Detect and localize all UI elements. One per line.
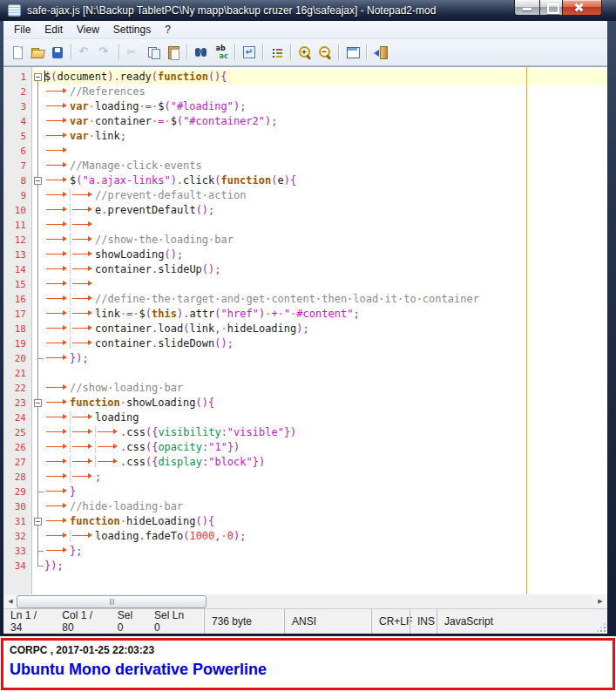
code-line[interactable]: 32loading.fadeTo(1000,·0); xyxy=(3,529,607,544)
status-selection-lines: Sel Ln 0 xyxy=(154,609,188,634)
line-number: 13 xyxy=(3,248,32,262)
code-line[interactable]: 2//References xyxy=(3,85,607,99)
code-line[interactable]: 34}); xyxy=(3,559,607,573)
tab-arrow-icon xyxy=(44,471,70,482)
code-line[interactable]: 26.css({opacity:"1"}) xyxy=(3,440,607,455)
fold-collapse-icon[interactable]: − xyxy=(32,173,44,188)
code-text: //prevent·default·action xyxy=(44,188,246,203)
toolbar-separator xyxy=(118,44,119,60)
fold-collapse-icon[interactable]: − xyxy=(32,396,44,410)
scrollbar-thumb[interactable] xyxy=(17,595,206,608)
fold-collapse-icon[interactable]: − xyxy=(32,514,44,529)
horizontal-scrollbar[interactable]: ◀ ▶ xyxy=(3,594,607,609)
code-line[interactable]: 28; xyxy=(3,470,607,485)
code-line[interactable]: 15 xyxy=(3,277,607,292)
exit-button[interactable] xyxy=(370,43,390,63)
code-text: function·showLoading(){ xyxy=(44,396,214,410)
code-line[interactable]: 10e.preventDefault(); xyxy=(3,203,607,218)
menu-item-settings[interactable]: Settings xyxy=(106,22,158,37)
resize-grip-icon[interactable] xyxy=(604,630,606,632)
tab-arrow-icon xyxy=(70,219,95,230)
scroll-left-arrow-icon[interactable]: ◀ xyxy=(3,595,17,608)
code-line[interactable]: 30//hide·loading·bar xyxy=(3,499,607,514)
code-editor[interactable]: 1−$(document).ready(function(){2//Refere… xyxy=(3,66,607,594)
code-line[interactable]: 3var·loading·=·$("#loading"); xyxy=(3,99,607,114)
save-file-button[interactable] xyxy=(47,43,67,63)
code-line[interactable]: 14container.slideUp(); xyxy=(3,262,607,277)
code-line[interactable]: 20}); xyxy=(3,351,607,366)
code-line[interactable]: 1−$(document).ready(function(){ xyxy=(3,70,607,85)
open-file-button[interactable] xyxy=(27,43,47,63)
code-line[interactable]: 7//Manage·click·events xyxy=(3,159,607,173)
copy-button[interactable] xyxy=(143,43,163,63)
tab-arrow-icon xyxy=(70,441,95,452)
code-line[interactable]: 5var·link; xyxy=(3,129,607,144)
window-title: safe-ajax.js [N:\Backup TabletPC\Ny mapp… xyxy=(27,4,436,17)
code-line[interactable]: 25.css({visibility:"visible"}) xyxy=(3,425,607,440)
close-button[interactable] xyxy=(563,0,602,16)
code-line[interactable]: 24loading xyxy=(3,410,607,425)
status-line: Ln 1 / 34 xyxy=(10,609,46,634)
fold-margin xyxy=(32,499,44,514)
toolbar-separator xyxy=(234,44,235,60)
code-line[interactable]: 23−function·showLoading(){ xyxy=(3,396,607,410)
maximize-button[interactable] xyxy=(539,0,563,16)
code-line[interactable]: 22//show·loading·bar xyxy=(3,381,607,396)
paste-button[interactable] xyxy=(163,43,183,63)
scroll-right-arrow-icon[interactable]: ▶ xyxy=(593,595,607,608)
new-file-button[interactable] xyxy=(7,43,27,63)
code-line[interactable]: 9//prevent·default·action xyxy=(3,188,607,203)
menu-item-view[interactable]: View xyxy=(70,22,106,37)
code-line[interactable]: 21 xyxy=(3,366,607,381)
menu-item-file[interactable]: File xyxy=(7,22,37,37)
customize-schemes-button[interactable] xyxy=(342,43,362,63)
code-text: //References xyxy=(44,85,146,99)
line-number: 29 xyxy=(3,485,32,499)
fold-collapse-icon[interactable]: − xyxy=(32,70,44,85)
tab-arrow-icon xyxy=(70,293,95,304)
fold-margin xyxy=(32,410,44,425)
code-line[interactable]: 27.css({display:"block"}) xyxy=(3,455,607,470)
fold-margin xyxy=(32,292,44,307)
code-line[interactable]: 31−function·hideLoading(){ xyxy=(3,514,607,529)
window-body: FileEditViewSettings? 1−$(document).read… xyxy=(3,21,607,634)
code-line[interactable]: 12//show·the·loading·bar xyxy=(3,233,607,248)
replace-button[interactable] xyxy=(211,43,231,63)
code-line[interactable]: 6 xyxy=(3,144,607,159)
code-line[interactable]: 17link·=·$(this).attr("href")·+·"·#conte… xyxy=(3,307,607,322)
find-button[interactable] xyxy=(191,43,211,63)
code-line[interactable]: 18container.load(link,·hideLoading); xyxy=(3,322,607,336)
status-eol-mode[interactable]: CR+LF xyxy=(371,609,410,634)
fold-margin xyxy=(32,233,44,248)
code-line[interactable]: 19container.slideDown(); xyxy=(3,336,607,351)
line-number: 14 xyxy=(3,262,32,277)
code-line[interactable]: 13showLoading(); xyxy=(3,248,607,262)
toolbar-separator xyxy=(186,44,187,60)
fold-margin xyxy=(32,277,44,292)
code-line[interactable]: 33}; xyxy=(3,544,607,559)
menu-item-edit[interactable]: Edit xyxy=(37,22,70,37)
status-bar: Ln 1 / 34 Col 1 / 80 Sel 0 Sel Ln 0 736 … xyxy=(3,609,607,634)
status-encoding[interactable]: ANSI xyxy=(284,609,371,634)
status-column: Col 1 / 80 xyxy=(62,609,101,634)
tab-arrow-icon xyxy=(44,352,70,363)
show-whitespace-button[interactable] xyxy=(267,43,287,63)
minimize-button[interactable] xyxy=(514,0,539,16)
tab-arrow-icon xyxy=(70,530,95,541)
code-line[interactable]: 11 xyxy=(3,218,607,233)
show-whitespace-icon xyxy=(270,45,284,59)
zoom-out-button[interactable] xyxy=(315,43,335,63)
status-file-size[interactable]: 736 byte xyxy=(204,609,284,634)
status-insert-mode[interactable]: INS xyxy=(410,609,437,634)
zoom-in-button[interactable] xyxy=(294,43,315,63)
code-line[interactable]: 4var·container·=·$("#container2"); xyxy=(3,114,607,129)
word-wrap-button[interactable] xyxy=(239,43,259,63)
code-line[interactable]: 29} xyxy=(3,485,607,499)
menu-item-help[interactable]: ? xyxy=(158,22,178,37)
code-line[interactable]: 16//define·the·target·and·get·content·th… xyxy=(3,292,607,307)
toolbar-separator xyxy=(71,44,71,60)
titlebar[interactable]: safe-ajax.js [N:\Backup TabletPC\Ny mapp… xyxy=(0,0,616,21)
tab-arrow-icon xyxy=(44,263,70,275)
code-line[interactable]: 8−$("a.ajax-links").click(function(e){ xyxy=(3,173,607,188)
status-syntax-scheme[interactable]: JavaScript xyxy=(437,609,607,634)
